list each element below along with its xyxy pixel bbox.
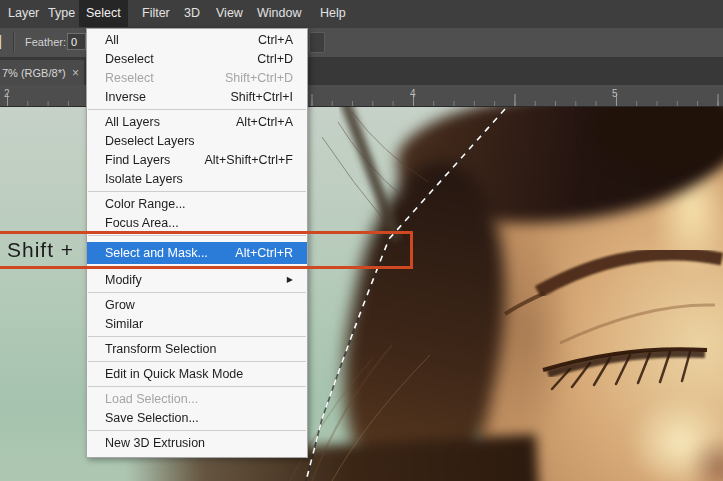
menu-separator [87,427,307,433]
menu-item-isolate-layers[interactable]: Isolate Layers [87,169,307,188]
menubar-item-window[interactable]: Window [250,0,308,27]
menu-separator [87,333,307,339]
menu-item-save-selection[interactable]: Save Selection... [87,408,307,427]
menu-separator [87,106,307,112]
options-bar-button[interactable] [309,32,325,53]
menubar-item-view[interactable]: View [209,0,250,27]
menu-item-focus-area[interactable]: Focus Area... [87,213,307,232]
menu-item-color-range[interactable]: Color Range... [87,194,307,213]
menu-item-select-and-mask[interactable]: Select and Mask...Alt+Ctrl+R [87,242,307,264]
menubar-item-select[interactable]: Select [79,0,128,27]
menu-item-transform-selection[interactable]: Transform Selection [87,339,307,358]
ruler-number: 5 [612,88,618,99]
menu-item-reselect: ReselectShift+Ctrl+D [87,68,307,87]
feather-input[interactable] [67,33,86,50]
photoshop-window: Layer Type Select Filter 3D View Window … [0,0,723,481]
menubar-item-layer[interactable]: Layer [1,0,46,27]
menu-separator [87,264,307,270]
menubar-item-filter[interactable]: Filter [135,0,177,27]
ruler-number: 2 [4,88,10,99]
menu-item-find-layers[interactable]: Find LayersAlt+Shift+Ctrl+F [87,150,307,169]
menu-item-edit-in-quick-mask-mode[interactable]: Edit in Quick Mask Mode [87,364,307,383]
menu-item-similar[interactable]: Similar [87,314,307,333]
menu-item-inverse[interactable]: InverseShift+Ctrl+I [87,87,307,106]
options-divider [13,32,15,53]
tool-icon-fragment: ] [0,33,2,49]
menu-item-modify[interactable]: Modify▶ [87,270,307,289]
menu-item-grow[interactable]: Grow [87,295,307,314]
select-dropdown-menu: AllCtrl+A DeselectCtrl+D ReselectShift+C… [86,28,308,458]
document-tab[interactable]: 7% (RGB/8*) × [0,60,84,85]
menu-bar: Layer Type Select Filter 3D View Window … [0,0,723,29]
menu-separator [87,289,307,295]
document-tab-title: 7% (RGB/8*) [2,67,66,79]
menu-separator [87,188,307,194]
menu-item-new-3d-extrusion[interactable]: New 3D Extrusion [87,433,307,452]
menu-item-all-layers[interactable]: All LayersAlt+Ctrl+A [87,112,307,131]
submenu-arrow-icon: ▶ [287,275,293,284]
menu-item-load-selection: Load Selection... [87,389,307,408]
menu-separator [87,358,307,364]
menu-separator [87,383,307,389]
menu-item-deselect-layers[interactable]: Deselect Layers [87,131,307,150]
menu-item-deselect[interactable]: DeselectCtrl+D [87,49,307,68]
feather-label: Feather: [25,36,66,48]
tab-close-icon[interactable]: × [72,67,79,79]
menubar-item-help[interactable]: Help [313,0,353,27]
menubar-item-3d[interactable]: 3D [177,0,207,27]
menubar-item-type[interactable]: Type [41,0,82,27]
menu-item-all[interactable]: AllCtrl+A [87,30,307,49]
ruler-number: 4 [410,88,416,99]
menu-separator [87,232,307,238]
annotation-shift-label: Shift + [7,238,74,262]
